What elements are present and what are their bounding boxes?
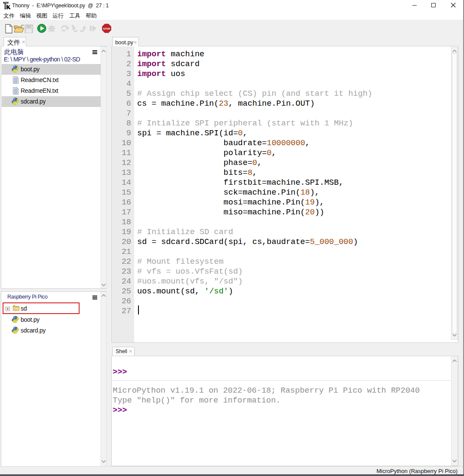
svg-text:STOP: STOP: [103, 27, 111, 30]
